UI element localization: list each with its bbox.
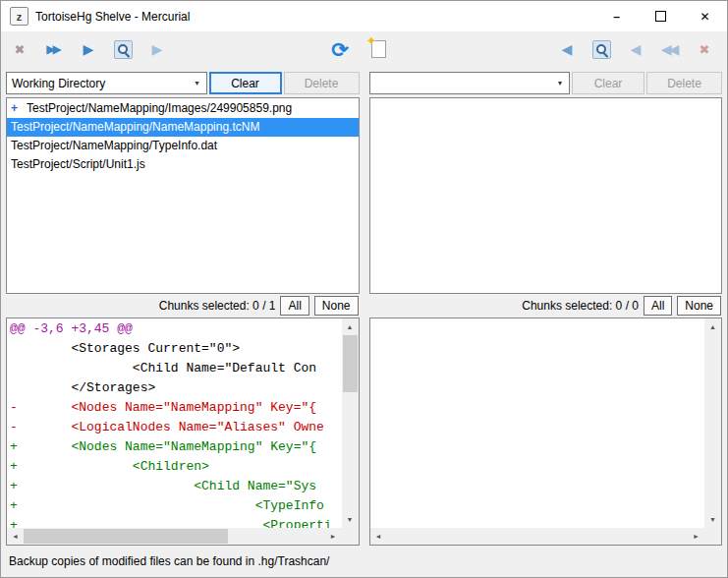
minimize-button[interactable]: – [594,1,639,31]
chunks-selected-label: Chunks selected: 0 / 1 [159,299,276,313]
move-all-files-left-button[interactable]: ◀◀ [657,36,683,62]
new-shelf-button[interactable]: ✦ [365,36,391,62]
select-all-chunks-button[interactable]: All [644,296,672,316]
diff-line[interactable]: - <Nodes Name="NameMapping" Key="{ [10,398,342,418]
file-path: TestProject/NameMapping/Images/249905859… [27,99,292,118]
magnifier-icon [114,40,133,59]
clear-button[interactable]: Clear [572,72,644,94]
scrollbar-corner [704,528,721,545]
scroll-right-button[interactable]: ► [688,528,704,545]
x-icon: ✖ [700,43,710,56]
arrow-right-icon: ▶ [152,42,163,56]
right-controls-row: ▾ Clear Delete [369,72,723,94]
scrollbar-track[interactable] [387,528,689,545]
diff-line[interactable]: + <Children> [10,457,342,477]
select-all-chunks-button[interactable]: All [280,296,308,316]
discard-chunks-right-button[interactable]: ✖ [692,36,717,62]
scrollbar-thumb[interactable] [24,529,228,544]
double-arrow-left-icon: ◀◀ [661,42,680,56]
toolbar: ✖ ▶▶ ▶ ▶ ⟳ ✦ ◀ ◀ ◀◀ ✖ [1,31,727,67]
scrollbar-thumb[interactable] [343,335,358,392]
working-directory-panel: Working Directory▾ Clear Delete +TestPro… [6,67,360,549]
right-arrow-icon: ► [693,533,700,540]
select-none-chunks-button[interactable]: None [677,296,721,316]
file-path: TestProject/Script/Unit1.js [11,155,145,174]
source-dropdown[interactable]: Working Directory▾ [6,72,207,94]
right-chunks-row: Chunks selected: 0 / 0 All None [369,294,723,318]
file-list [369,97,723,294]
discard-chunks-left-button[interactable]: ✖ [7,36,32,62]
file-path: TestProject/NameMapping/TypeInfo.dat [11,137,217,155]
status-text: Backup copies of modified files can be f… [9,554,329,568]
arrow-left-icon: ◀ [562,42,573,56]
close-icon: ✕ [700,10,709,24]
move-chunks-left-button[interactable]: ◀ [554,36,580,62]
diff-line[interactable]: + <Child Name="Sys [10,477,342,496]
diff-line[interactable]: + <TypeInfo [10,496,342,516]
shelf-dropdown[interactable]: ▾ [369,72,571,94]
titlebar: z TortoiseHg Shelve - Mercurial – ✕ [1,1,727,31]
move-chunks-right-button[interactable]: ▶ [144,36,170,62]
scroll-left-button[interactable]: ◄ [7,528,24,545]
move-all-files-right-button[interactable]: ▶▶ [41,36,67,62]
vertical-scrollbar[interactable]: ▲ ▼ [342,318,359,528]
edit-file-right-button[interactable] [588,36,614,62]
refresh-button[interactable]: ⟳ [327,36,353,62]
diff-line[interactable]: + <Nodes Name="NameMapping" Key="{ [10,437,342,457]
scroll-up-button[interactable]: ▲ [342,318,359,335]
delete-button[interactable]: Delete [646,72,722,94]
scroll-down-button[interactable]: ▼ [704,511,721,528]
refresh-icon: ⟳ [331,39,349,60]
file-row[interactable]: TestProject/NameMapping/TypeInfo.dat [7,137,359,155]
close-button[interactable]: ✕ [683,1,727,31]
status-bar: Backup copies of modified files can be f… [1,549,727,577]
move-file-right-button[interactable]: ▶ [76,36,101,62]
file-row[interactable]: TestProject/NameMapping/NameMapping.tcNM [7,118,359,137]
scrollbar-track[interactable] [342,335,359,511]
left-chunks-row: Chunks selected: 0 / 1 All None [6,294,360,318]
diff-line[interactable]: @@ -3,6 +3,45 @@ [10,319,342,339]
arrow-right-icon: ▶ [84,42,94,56]
shelf-panel: ▾ Clear Delete Chunks selected: 0 / 0 Al… [369,67,723,549]
left-arrow-icon: ◄ [375,533,382,540]
scrollbar-track[interactable] [704,335,721,511]
double-arrow-right-icon: ▶▶ [46,43,61,55]
horizontal-scrollbar[interactable]: ◄ ► [370,528,705,545]
move-file-left-button[interactable]: ◀ [623,36,648,62]
sparkle-icon: ✦ [366,34,377,47]
scroll-left-button[interactable]: ◄ [370,528,387,545]
down-arrow-icon: ▼ [347,516,354,523]
diff-content[interactable]: @@ -3,6 +3,45 @@ <Storages Current="0"> … [7,318,342,528]
x-icon: ✖ [15,43,26,56]
diff-line[interactable]: - <LogicalNodes Name="Aliases" Owne [10,418,342,437]
diff-line[interactable]: + <Properti [10,516,342,528]
magnifier-icon [592,40,611,59]
diff-line[interactable]: </Storages> [10,378,342,398]
new-file-icon: ✦ [371,40,386,58]
left-arrow-icon: ◄ [12,533,19,540]
up-arrow-icon: ▲ [709,323,716,330]
minimize-icon: – [613,10,620,24]
diff-content[interactable] [370,318,705,528]
scroll-down-button[interactable]: ▼ [342,511,359,528]
scrollbar-track[interactable] [24,528,325,545]
edit-file-left-button[interactable] [110,36,136,62]
clear-button[interactable]: Clear [209,72,282,94]
scroll-right-button[interactable]: ► [325,528,342,545]
file-row[interactable]: +TestProject/NameMapping/Images/24990585… [7,99,359,118]
up-arrow-icon: ▲ [347,323,354,330]
file-row[interactable]: TestProject/Script/Unit1.js [7,155,359,174]
vertical-scrollbar[interactable]: ▲ ▼ [704,318,721,528]
maximize-icon [655,11,666,22]
scroll-up-button[interactable]: ▲ [704,318,721,335]
horizontal-scrollbar[interactable]: ◄ ► [7,528,342,545]
maximize-button[interactable] [639,1,683,31]
right-arrow-icon: ► [330,533,337,540]
toolbar-middle-group: ⟳ ✦ [327,36,391,62]
diff-line[interactable]: <Storages Current="0"> [10,339,342,359]
shelve-window: { "window": { "title": "TortoiseHg Shelv… [0,0,728,578]
select-none-chunks-button[interactable]: None [314,296,359,316]
tortoisehg-app-icon: z [10,7,28,26]
delete-button[interactable]: Delete [284,72,360,94]
diff-line[interactable]: <Child Name="Default Con [10,359,342,378]
